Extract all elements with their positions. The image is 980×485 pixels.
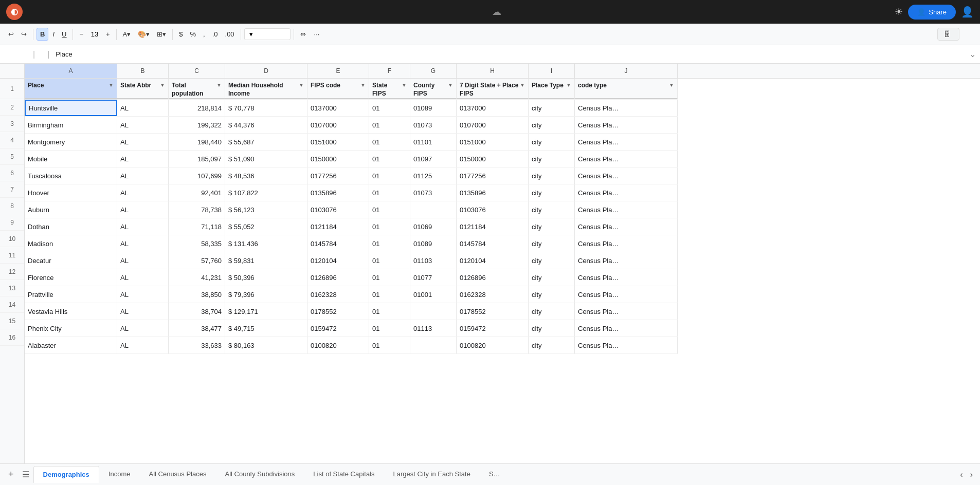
cell-r9-c8[interactable]: city <box>529 218 575 235</box>
menu-view[interactable] <box>50 9 61 15</box>
cell-r9-c9[interactable]: Census Pla… <box>575 218 678 235</box>
cell-r11-c9[interactable]: Census Pla… <box>575 252 678 269</box>
cell-r4-c2[interactable]: 198,440 <box>169 134 225 150</box>
cell-r8-c2[interactable]: 78,738 <box>169 201 225 218</box>
filter-icon-place[interactable]: ▼ <box>108 82 114 88</box>
add-sheet-button[interactable]: + <box>4 467 18 482</box>
filter-icon-county-fips[interactable]: ▼ <box>448 82 453 88</box>
cell-r13-c5[interactable]: 01 <box>369 286 410 303</box>
filter-icon-7digit[interactable]: ▼ <box>520 82 525 88</box>
cell-r3-c6[interactable]: 01073 <box>410 117 457 133</box>
cell-r5-c8[interactable]: city <box>529 151 575 167</box>
fill-color-button[interactable]: 🎨▾ <box>135 28 153 40</box>
cell-r12-c0[interactable]: Florence <box>25 269 117 286</box>
sheet-tab-largest-city-in-each-state[interactable]: Largest City in Each State <box>384 466 480 483</box>
table-row[interactable]: MontgomeryAL198,440$ 55,6870151000010110… <box>25 134 678 151</box>
cell-r13-c9[interactable]: Census Pla… <box>575 286 678 303</box>
cell-r10-c5[interactable]: 01 <box>369 235 410 252</box>
cell-r2-c3[interactable]: $ 70,778 <box>225 100 307 116</box>
filter-icon-place-type[interactable]: ▼ <box>566 82 571 88</box>
table-row[interactable]: PrattvilleAL38,850$ 79,39601623280101001… <box>25 286 678 303</box>
cell-r14-c4[interactable]: 0178552 <box>307 303 369 320</box>
cell-r12-c3[interactable]: $ 50,396 <box>225 269 307 286</box>
cell-r6-c7[interactable]: 0177256 <box>457 167 529 184</box>
cell-r4-c9[interactable]: Census Pla… <box>575 134 678 150</box>
formula-expand-icon[interactable]: ⌄ <box>969 49 976 59</box>
col-header-D[interactable]: D <box>225 64 307 78</box>
sheet-tab-all-county-subdivisions[interactable]: All County Subdivisions <box>215 466 304 483</box>
cell-r7-c1[interactable]: AL <box>117 184 169 201</box>
header-cell-fips[interactable]: FIPS code ▼ <box>307 79 369 99</box>
cell-r8-c6[interactable] <box>410 201 457 218</box>
cell-r7-c2[interactable]: 92,401 <box>169 184 225 201</box>
app-logo[interactable]: ◐ <box>6 4 23 20</box>
cell-r8-c5[interactable]: 01 <box>369 201 410 218</box>
cell-r8-c3[interactable]: $ 56,123 <box>225 201 307 218</box>
cell-r16-c8[interactable]: city <box>529 337 575 353</box>
cell-r3-c0[interactable]: Birmingham <box>25 117 117 133</box>
cell-r14-c3[interactable]: $ 129,171 <box>225 303 307 320</box>
cell-r10-c8[interactable]: city <box>529 235 575 252</box>
filter-icon-state-fips[interactable]: ▼ <box>402 82 407 88</box>
cell-r6-c0[interactable]: Tuscaloosa <box>25 167 117 184</box>
menu-edit[interactable] <box>39 9 49 15</box>
cell-r9-c0[interactable]: Dothan <box>25 218 117 235</box>
cell-r12-c1[interactable]: AL <box>117 269 169 286</box>
table-row[interactable]: AuburnAL78,738$ 56,1230103076010103076ci… <box>25 201 678 218</box>
cell-r8-c8[interactable]: city <box>529 201 575 218</box>
table-row[interactable]: HooverAL92,401$ 107,82201358960101073013… <box>25 184 678 201</box>
font-size-increase[interactable]: + <box>103 28 113 40</box>
code-button[interactable] <box>963 32 975 36</box>
sheet-menu-button[interactable]: ☰ <box>18 468 33 481</box>
cell-r13-c8[interactable]: city <box>529 286 575 303</box>
cell-r7-c4[interactable]: 0135896 <box>307 184 369 201</box>
cell-r2-c4[interactable]: 0137000 <box>307 100 369 116</box>
cell-r3-c5[interactable]: 01 <box>369 117 410 133</box>
cell-r2-c7[interactable]: 0137000 <box>457 100 529 116</box>
cell-r5-c9[interactable]: Census Pla… <box>575 151 678 167</box>
table-row[interactable]: MadisonAL58,335$ 131,4360145784010108901… <box>25 235 678 252</box>
cell-r5-c6[interactable]: 01097 <box>410 151 457 167</box>
cell-r7-c5[interactable]: 01 <box>369 184 410 201</box>
sheet-nav-left[interactable]: ‹ <box>957 468 966 481</box>
menu-help[interactable] <box>84 9 95 15</box>
font-size-decrease[interactable]: − <box>76 28 86 40</box>
cell-r15-c0[interactable]: Phenix City <box>25 320 117 337</box>
sheet-tab-income[interactable]: Income <box>99 466 140 483</box>
cell-r4-c1[interactable]: AL <box>117 134 169 150</box>
cell-r8-c0[interactable]: Auburn <box>25 201 117 218</box>
filter-icon-population[interactable]: ▼ <box>216 82 222 88</box>
cell-r9-c4[interactable]: 0121184 <box>307 218 369 235</box>
cell-r15-c6[interactable]: 01113 <box>410 320 457 337</box>
cell-r16-c7[interactable]: 0100820 <box>457 337 529 353</box>
table-row[interactable]: Vestavia HillsAL38,704$ 129,171017855201… <box>25 303 678 320</box>
cell-r16-c2[interactable]: 33,633 <box>169 337 225 353</box>
cell-r15-c1[interactable]: AL <box>117 320 169 337</box>
header-cell-place-type[interactable]: Place Type ▼ <box>529 79 575 99</box>
increase-decimal[interactable]: .00 <box>222 28 238 40</box>
sheet-tab-s…[interactable]: S… <box>480 466 510 483</box>
user-account-icon[interactable]: 👤 <box>961 6 974 18</box>
cell-r9-c2[interactable]: 71,118 <box>169 218 225 235</box>
menu-file[interactable] <box>28 9 38 15</box>
cell-r12-c5[interactable]: 01 <box>369 269 410 286</box>
cell-r11-c3[interactable]: $ 59,831 <box>225 252 307 269</box>
cell-r13-c4[interactable]: 0162328 <box>307 286 369 303</box>
cell-r2-c5[interactable]: 01 <box>369 100 410 116</box>
cell-r11-c1[interactable]: AL <box>117 252 169 269</box>
cell-r14-c8[interactable]: city <box>529 303 575 320</box>
cell-r5-c0[interactable]: Mobile <box>25 151 117 167</box>
cell-r6-c3[interactable]: $ 48,536 <box>225 167 307 184</box>
cell-r15-c3[interactable]: $ 49,715 <box>225 320 307 337</box>
table-row[interactable]: AlabasterAL33,633$ 80,163010082001010082… <box>25 337 678 354</box>
cell-r5-c7[interactable]: 0150000 <box>457 151 529 167</box>
italic-button[interactable]: I <box>49 28 58 40</box>
col-header-E[interactable]: E <box>307 64 369 78</box>
cell-r2-c6[interactable]: 01089 <box>410 100 457 116</box>
cell-r10-c6[interactable]: 01089 <box>410 235 457 252</box>
col-header-I[interactable]: I <box>529 64 575 78</box>
cell-r14-c1[interactable]: AL <box>117 303 169 320</box>
cell-r16-c5[interactable]: 01 <box>369 337 410 353</box>
cell-r2-c1[interactable]: AL <box>117 100 169 116</box>
cell-r3-c3[interactable]: $ 44,376 <box>225 117 307 133</box>
